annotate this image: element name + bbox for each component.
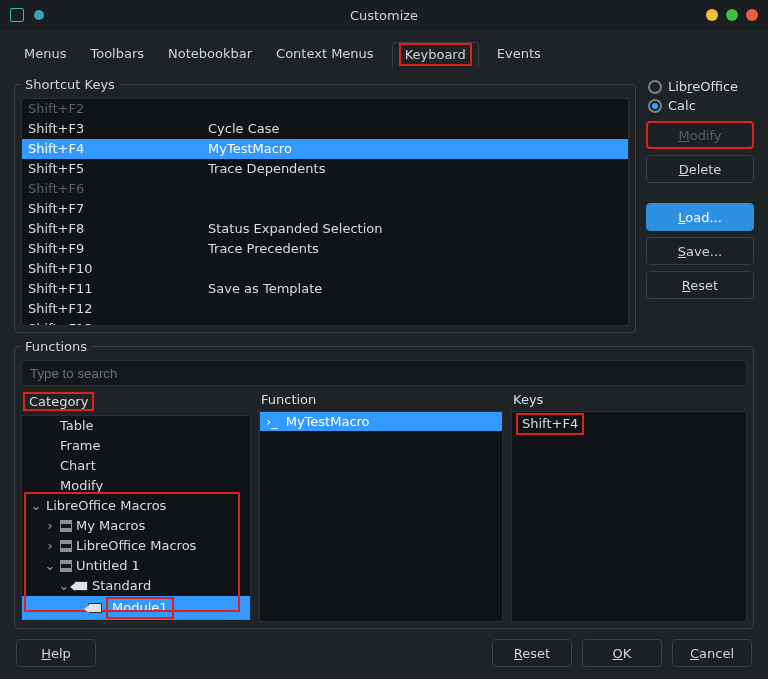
shortcut-action: MyTestMacro: [208, 140, 622, 158]
shortcut-action: [208, 180, 622, 198]
category-item-label: Modify: [60, 477, 103, 495]
keys-list[interactable]: Shift+F4: [511, 411, 747, 622]
category-item[interactable]: Chart: [22, 456, 250, 476]
tab-toolbars[interactable]: Toolbars: [84, 42, 150, 67]
scope-radio-calc[interactable]: Calc: [646, 96, 754, 115]
side-column: LibreOfficeCalc Modify Delete Load... Sa…: [646, 77, 754, 299]
category-item[interactable]: Modify: [22, 476, 250, 496]
category-item-label: Module1: [106, 597, 174, 619]
titlebar: Customize: [0, 0, 768, 30]
shortcut-key: Shift+F2: [28, 100, 208, 118]
shortcut-key: Shift+F10: [28, 260, 208, 278]
shortcut-row[interactable]: Shift+F3Cycle Case: [22, 119, 628, 139]
category-tree[interactable]: Table Frame Chart Modify⌄LibreOffice Mac…: [21, 415, 251, 622]
ok-button[interactable]: OK: [582, 639, 662, 667]
tab-bar: MenusToolbarsNotebookbarContext MenusKey…: [14, 36, 754, 71]
load-button[interactable]: Load...: [646, 203, 754, 231]
category-column: Category Table Frame Chart Modify⌄LibreO…: [21, 392, 251, 622]
category-item[interactable]: ›My Macros: [22, 516, 250, 536]
shortcut-row[interactable]: Shift+F5Trace Dependents: [22, 159, 628, 179]
shortcut-action: [208, 260, 622, 278]
tab-events[interactable]: Events: [491, 42, 547, 67]
shortcut-action: [208, 200, 622, 218]
shortcut-action: Trace Dependents: [208, 160, 622, 178]
library-icon: [60, 520, 72, 532]
shortcut-key: Shift+F11: [28, 280, 208, 298]
radio-icon: [648, 80, 662, 94]
chevron-down-icon: ⌄: [30, 497, 42, 515]
shortcut-action: Cycle Case: [208, 120, 622, 138]
category-item-label: Table: [60, 417, 94, 435]
radio-label: LibreOffice: [668, 79, 738, 94]
window-title: Customize: [0, 8, 768, 23]
category-item-label: My Macros: [76, 517, 145, 535]
delete-button[interactable]: Delete: [646, 155, 754, 183]
functions-legend: Functions: [21, 339, 91, 354]
category-item[interactable]: Frame: [22, 436, 250, 456]
keys-column: Keys Shift+F4: [511, 392, 747, 622]
category-item[interactable]: Table: [22, 416, 250, 436]
category-item-label: Untitled 1: [76, 557, 140, 575]
function-list[interactable]: ›_MyTestMacro: [259, 411, 503, 622]
shortcut-row[interactable]: Shift+F12: [22, 299, 628, 319]
shortcut-action: [208, 300, 622, 318]
library-icon: [60, 540, 72, 552]
radio-icon: [648, 99, 662, 113]
scope-radio-libreoffice[interactable]: LibreOffice: [646, 77, 754, 96]
shortcut-key: Shift+F4: [28, 140, 208, 158]
search-input[interactable]: [21, 360, 747, 386]
category-item[interactable]: ⌄Standard: [22, 576, 250, 596]
customize-dialog: Customize MenusToolbarsNotebookbarContex…: [0, 0, 768, 679]
reset-keys-button[interactable]: Reset: [646, 271, 754, 299]
category-item-label: Standard: [92, 577, 151, 595]
shortcut-key: Shift+F9: [28, 240, 208, 258]
functions-columns: Category Table Frame Chart Modify⌄LibreO…: [21, 392, 747, 622]
category-item-label: LibreOffice Macros: [46, 497, 166, 515]
category-item[interactable]: Module1: [22, 596, 250, 620]
shortcut-key: Shift+F12: [28, 300, 208, 318]
shortcut-keys-list[interactable]: Shift+F2Shift+F3Cycle CaseShift+F4MyTest…: [21, 98, 629, 326]
shortcut-row[interactable]: Shift+F6: [22, 179, 628, 199]
shortcut-row[interactable]: Shift+F9Trace Precedents: [22, 239, 628, 259]
tab-notebookbar[interactable]: Notebookbar: [162, 42, 258, 67]
shortcut-key: Shift+F7: [28, 200, 208, 218]
function-item[interactable]: ›_MyTestMacro: [260, 412, 502, 431]
tab-menus[interactable]: Menus: [18, 42, 72, 67]
shortcut-row[interactable]: Shift+F4MyTestMacro: [22, 139, 628, 159]
modify-button[interactable]: Modify: [646, 121, 754, 149]
keys-item-label: Shift+F4: [516, 413, 584, 435]
shortcut-action: [208, 100, 622, 118]
category-item[interactable]: ›LibreOffice Macros: [22, 536, 250, 556]
chevron-right-icon: ›: [44, 537, 56, 555]
chevron-right-icon: ›: [44, 517, 56, 535]
shortcut-key: Shift+F6: [28, 180, 208, 198]
function-item-label: MyTestMacro: [286, 414, 370, 429]
save-button[interactable]: Save...: [646, 237, 754, 265]
tab-context-menus[interactable]: Context Menus: [270, 42, 380, 67]
library-icon: [60, 560, 72, 572]
radio-label: Calc: [668, 98, 696, 113]
cancel-button[interactable]: Cancel: [672, 639, 752, 667]
shortcut-row[interactable]: Shift+F10: [22, 259, 628, 279]
shortcut-row[interactable]: Shift+F8Status Expanded Selection: [22, 219, 628, 239]
category-item-label: Chart: [60, 457, 96, 475]
help-button[interactable]: Help: [16, 639, 96, 667]
keys-item[interactable]: Shift+F4: [512, 412, 746, 436]
module-icon: [74, 581, 88, 591]
reset-button[interactable]: Reset: [492, 639, 572, 667]
shortcut-row[interactable]: Shift+F11Save as Template: [22, 279, 628, 299]
category-item[interactable]: ⌄Untitled 1: [22, 556, 250, 576]
shortcut-row[interactable]: Shift+F13: [22, 319, 628, 326]
category-label: Category: [21, 392, 251, 411]
shortcut-row[interactable]: Shift+F2: [22, 99, 628, 119]
shortcut-action: Trace Precedents: [208, 240, 622, 258]
top-row: Shortcut Keys Shift+F2Shift+F3Cycle Case…: [14, 77, 754, 333]
shortcut-row[interactable]: Shift+F7: [22, 199, 628, 219]
category-item-label: LibreOffice Macros: [76, 537, 196, 555]
category-item[interactable]: ⌄LibreOffice Macros: [22, 496, 250, 516]
category-item-label: Frame: [60, 437, 101, 455]
scope-radio-group: LibreOfficeCalc: [646, 77, 754, 115]
tab-keyboard[interactable]: Keyboard: [392, 42, 479, 67]
prompt-icon: ›_: [266, 414, 278, 429]
shortcut-key: Shift+F5: [28, 160, 208, 178]
